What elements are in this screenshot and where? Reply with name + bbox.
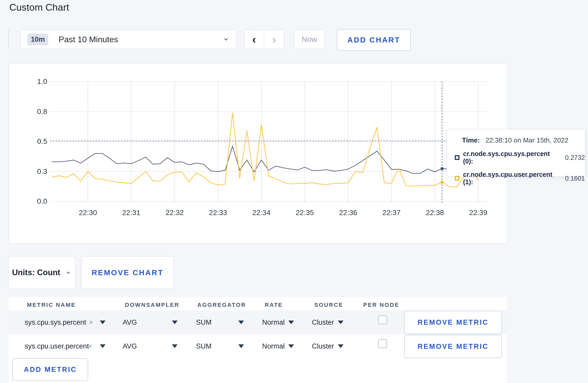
- aggregator-caret[interactable]: [238, 310, 244, 334]
- remove-chart-button[interactable]: REMOVE CHART: [81, 256, 174, 289]
- x-axis-tick-label: 22:35: [296, 209, 314, 217]
- x-axis-tick-label: 22:33: [209, 209, 227, 217]
- tooltip-series-value: 0.1601: [565, 175, 585, 182]
- remove-metric-x-icon[interactable]: ×: [88, 334, 92, 358]
- col-header-metric-name: METRIC NAME: [27, 299, 76, 311]
- aggregator-select[interactable]: SUM: [196, 310, 212, 334]
- custom-chart-page: { "page": { "title": "Custom Chart", "ac…: [0, 0, 588, 383]
- per-node-cell: [378, 308, 387, 332]
- page-title: Custom Chart: [9, 2, 69, 13]
- aggregator-caret[interactable]: [238, 334, 244, 358]
- caret-down-icon: [288, 344, 294, 348]
- remove-metric-button[interactable]: REMOVE METRIC: [404, 335, 502, 358]
- remove-metric-x-icon[interactable]: ×: [89, 310, 93, 334]
- add-metric-button[interactable]: ADD METRIC: [12, 358, 88, 381]
- caret-down-icon: [100, 321, 106, 324]
- downsampler-caret[interactable]: [172, 310, 178, 334]
- y-axis-tick-label: 0.3: [37, 167, 47, 175]
- metric-dropdown[interactable]: [100, 310, 106, 334]
- caret-down-icon: [338, 344, 344, 348]
- y-axis-tick-label: 0.8: [37, 108, 47, 116]
- remove-metric-button[interactable]: REMOVE METRIC: [404, 311, 502, 334]
- caret-down-icon: [338, 321, 344, 324]
- prev-window-button[interactable]: ‹: [244, 30, 264, 49]
- downsampler-select[interactable]: AVG: [123, 334, 137, 358]
- chevron-down-icon: ⌄: [65, 266, 71, 275]
- time-range-select[interactable]: 10m Past 10 Minutes ⌄: [20, 30, 237, 49]
- per-node-checkbox[interactable]: [378, 315, 387, 324]
- time-range-badge: 10m: [27, 34, 48, 45]
- tooltip-series-label: cr.node.sys.cpu.sys.percent (0):: [463, 150, 561, 165]
- x-axis-tick-label: 22:38: [426, 209, 444, 217]
- rate-select[interactable]: Normal: [262, 310, 294, 334]
- add-chart-button[interactable]: ADD CHART: [337, 29, 411, 51]
- source-select[interactable]: Cluster: [312, 310, 344, 334]
- tooltip-series-label: cr.node.sys.cpu.user.percent (1):: [463, 171, 561, 186]
- tooltip-series-value: 0.2732: [565, 154, 585, 161]
- rate-select[interactable]: Normal: [262, 334, 294, 358]
- user-series-swatch-icon: [455, 176, 459, 181]
- col-header-downsampler: DOWNSAMPLER: [125, 299, 179, 311]
- tooltip-time-value: 22:38:10 on Mar 15th, 2022: [486, 136, 568, 144]
- sys-series-swatch-icon: [455, 155, 459, 160]
- caret-down-icon: [172, 344, 178, 348]
- toolbar-divider: [8, 30, 9, 49]
- caret-down-icon: [238, 344, 244, 348]
- x-axis-tick-label: 22:34: [252, 209, 270, 217]
- caret-down-icon: [288, 321, 294, 324]
- x-axis-tick-label: 22:36: [339, 209, 357, 217]
- aggregator-select[interactable]: SUM: [196, 334, 212, 358]
- now-button[interactable]: Now: [294, 30, 325, 49]
- y-axis-tick-label: 1.0: [37, 77, 47, 86]
- metric-dropdown[interactable]: [100, 334, 106, 358]
- time-range-label: Past 10 Minutes: [59, 35, 118, 44]
- col-header-source: SOURCE: [314, 299, 343, 311]
- col-header-aggregator: AGGREGATOR: [197, 299, 246, 311]
- next-window-button[interactable]: ›: [264, 30, 284, 49]
- units-select[interactable]: Units: Count ⌄: [8, 256, 75, 289]
- metric-name-value[interactable]: sys.cpu.user.percent: [25, 334, 89, 358]
- hover-point-cr.node.sys.cpu.sys.percent: [440, 167, 444, 170]
- x-axis-tick-label: 22:30: [79, 209, 97, 217]
- caret-down-icon: [172, 321, 178, 324]
- tooltip-series-row: cr.node.sys.cpu.sys.percent (0): 0.2732: [455, 150, 585, 165]
- col-header-rate: RATE: [265, 299, 283, 311]
- x-axis-tick-label: 22:37: [382, 209, 401, 217]
- x-axis-tick-label: 22:31: [122, 209, 140, 217]
- hover-point-cr.node.sys.cpu.user.percent: [440, 181, 444, 184]
- timeseries-chart[interactable]: 0.00.30.50.81.022:3022:3122:3222:3322:34…: [9, 63, 507, 244]
- tooltip-time-label: Time:: [462, 136, 480, 144]
- per-node-checkbox[interactable]: [378, 339, 387, 348]
- chevron-down-icon: ⌄: [222, 35, 230, 40]
- downsampler-caret[interactable]: [172, 334, 178, 358]
- units-label: Units: Count: [12, 268, 60, 277]
- tooltip-series-row: cr.node.sys.cpu.user.percent (1): 0.1601: [455, 171, 585, 186]
- time-window-nav: ‹ ›: [244, 30, 284, 49]
- chart-hover-tooltip: Time: 22:38:10 on Mar 15th, 2022 cr.node…: [447, 129, 585, 176]
- source-select[interactable]: Cluster: [312, 334, 344, 358]
- metric-name-value[interactable]: sys.cpu.sys.percent: [25, 310, 86, 334]
- per-node-cell: [378, 332, 387, 356]
- caret-down-icon: [100, 344, 106, 348]
- downsampler-select[interactable]: AVG: [123, 310, 137, 334]
- y-axis-tick-label: 0.0: [37, 197, 47, 205]
- series-line-cr.node.sys.cpu.user.percent: [52, 113, 478, 187]
- x-axis-tick-label: 22:39: [469, 209, 487, 217]
- caret-down-icon: [238, 321, 244, 324]
- y-axis-tick-label: 0.5: [37, 137, 47, 145]
- x-axis-tick-label: 22:32: [166, 209, 184, 217]
